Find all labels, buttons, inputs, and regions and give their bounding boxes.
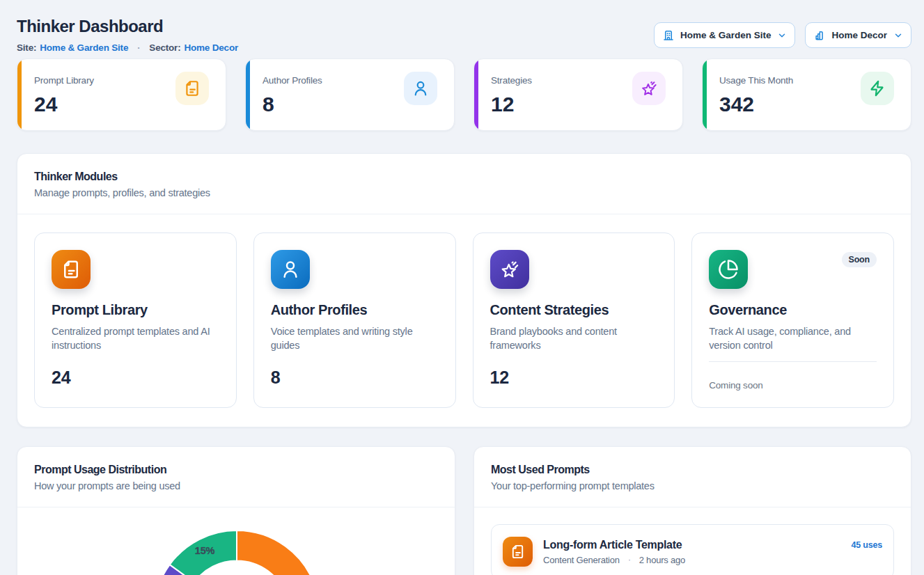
pie-chart-icon bbox=[709, 250, 748, 289]
prompt-item-time: 2 hours ago bbox=[639, 555, 685, 565]
document-icon bbox=[52, 250, 91, 289]
document-icon bbox=[175, 72, 209, 105]
chart-header: Prompt Usage Distribution How your promp… bbox=[17, 447, 455, 507]
sector-link[interactable]: Home Decor bbox=[184, 42, 238, 53]
building-icon bbox=[662, 29, 675, 42]
stat-accent-bar bbox=[474, 59, 478, 130]
bar-chart-icon bbox=[813, 29, 826, 42]
dashboard-page: Thinker Dashboard Site: Home & Garden Si… bbox=[0, 0, 924, 575]
donut-segment bbox=[237, 530, 320, 575]
module-card[interactable]: Author ProfilesVoice templates and writi… bbox=[253, 233, 456, 408]
module-count: 8 bbox=[271, 364, 439, 391]
page-header: Thinker Dashboard Site: Home & Garden Si… bbox=[17, 16, 911, 53]
dot-separator: · bbox=[628, 555, 631, 565]
site-breadcrumb: Site: Home & Garden Site · Sector: Home … bbox=[17, 42, 238, 53]
stat-card: Usage This Month342 bbox=[702, 58, 911, 131]
prompt-list: Long-form Article TemplateContent Genera… bbox=[474, 507, 911, 575]
document-icon bbox=[503, 537, 533, 567]
modules-title: Thinker Modules bbox=[34, 171, 894, 183]
module-description: Centralized prompt templates and AI inst… bbox=[52, 324, 219, 352]
donut-segment-label: 15% bbox=[195, 545, 215, 556]
stat-card: Strategies12 bbox=[473, 58, 683, 131]
module-description: Track AI usage, compliance, and version … bbox=[709, 324, 877, 352]
sector-label: Sector: bbox=[149, 42, 180, 53]
dot-separator: · bbox=[132, 42, 146, 53]
chart-subtitle: How your prompts are being used bbox=[34, 480, 438, 491]
site-dropdown[interactable]: Home & Garden Site bbox=[654, 22, 796, 48]
module-title: Prompt Library bbox=[52, 302, 219, 318]
module-description: Brand playbooks and content frameworks bbox=[490, 324, 658, 352]
modules-grid: Prompt LibraryCentralized prompt templat… bbox=[17, 214, 911, 427]
stat-accent-bar bbox=[703, 59, 707, 130]
lightning-icon bbox=[861, 72, 894, 105]
stats-row: Prompt Library24Author Profiles8Strategi… bbox=[17, 58, 911, 131]
soon-badge: Soon bbox=[842, 252, 877, 267]
module-footer: Coming soon bbox=[709, 380, 877, 391]
module-description: Voice templates and writing style guides bbox=[271, 324, 439, 352]
header-left: Thinker Dashboard Site: Home & Garden Si… bbox=[17, 16, 238, 53]
stat-accent-bar bbox=[246, 59, 250, 130]
prompt-item[interactable]: Long-form Article TemplateContent Genera… bbox=[491, 524, 894, 575]
prompt-item-title: Long-form Article Template bbox=[543, 539, 685, 551]
star-sparkle-icon bbox=[490, 250, 529, 289]
most-used-prompts-card: Most Used Prompts Your top-performing pr… bbox=[473, 446, 911, 575]
module-card[interactable]: GovernanceTrack AI usage, compliance, an… bbox=[691, 233, 894, 408]
stat-value: 24 bbox=[34, 93, 94, 116]
stat-value: 12 bbox=[491, 93, 532, 116]
module-title: Content Strategies bbox=[490, 302, 658, 318]
module-count: 12 bbox=[490, 364, 658, 391]
site-label: Site: bbox=[17, 42, 36, 53]
stat-label: Prompt Library bbox=[34, 75, 94, 86]
thinker-modules-panel: Thinker Modules Manage prompts, profiles… bbox=[17, 153, 911, 427]
user-icon bbox=[404, 72, 437, 105]
modules-subtitle: Manage prompts, profiles, and strategies bbox=[34, 187, 894, 198]
stat-value: 342 bbox=[719, 93, 793, 116]
module-card[interactable]: Content StrategiesBrand playbooks and co… bbox=[473, 233, 675, 408]
module-title: Author Profiles bbox=[271, 302, 439, 318]
prompt-item-uses: 45 uses bbox=[852, 540, 882, 550]
module-divider bbox=[709, 361, 877, 362]
prompt-item-meta: Content Generation·2 hours ago bbox=[543, 555, 685, 565]
stat-card: Author Profiles8 bbox=[245, 58, 455, 131]
stat-label: Usage This Month bbox=[719, 75, 793, 86]
prompts-title: Most Used Prompts bbox=[491, 464, 894, 476]
chevron-down-icon bbox=[893, 31, 903, 40]
site-link[interactable]: Home & Garden Site bbox=[40, 42, 128, 53]
bottom-row: Prompt Usage Distribution How your promp… bbox=[17, 446, 911, 575]
modules-header: Thinker Modules Manage prompts, profiles… bbox=[17, 154, 911, 214]
star-sparkle-icon bbox=[632, 72, 666, 105]
header-actions: Home & Garden Site Home Decor bbox=[654, 22, 911, 48]
stat-card: Prompt Library24 bbox=[17, 58, 226, 131]
site-dropdown-label: Home & Garden Site bbox=[680, 30, 772, 40]
prompts-header: Most Used Prompts Your top-performing pr… bbox=[474, 447, 911, 507]
user-icon bbox=[271, 250, 310, 289]
prompt-item-category: Content Generation bbox=[543, 555, 620, 565]
stat-value: 8 bbox=[263, 93, 322, 116]
module-card[interactable]: Prompt LibraryCentralized prompt templat… bbox=[34, 233, 237, 408]
chevron-down-icon bbox=[777, 31, 787, 40]
doughnut-chart: 40%20%10%15%15% bbox=[17, 507, 455, 575]
stat-label: Strategies bbox=[491, 75, 532, 86]
sector-dropdown[interactable]: Home Decor bbox=[805, 22, 911, 48]
sector-dropdown-label: Home Decor bbox=[831, 30, 887, 40]
module-title: Governance bbox=[709, 302, 877, 318]
prompt-usage-card: Prompt Usage Distribution How your promp… bbox=[17, 446, 455, 575]
stat-accent-bar bbox=[17, 59, 22, 130]
stat-label: Author Profiles bbox=[263, 75, 322, 86]
prompts-subtitle: Your top-performing prompt templates bbox=[491, 480, 894, 491]
chart-title: Prompt Usage Distribution bbox=[34, 464, 438, 476]
page-title: Thinker Dashboard bbox=[17, 16, 238, 37]
module-count: 24 bbox=[52, 364, 219, 391]
